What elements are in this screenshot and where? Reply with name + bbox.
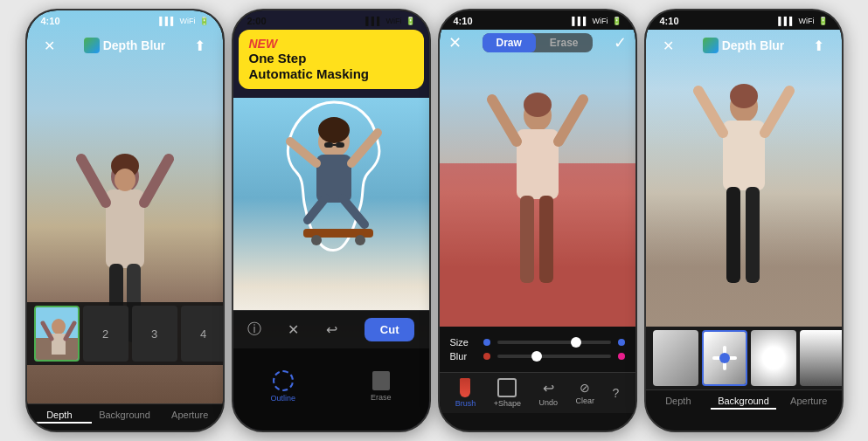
share-button-1[interactable]: ⬆: [188, 33, 212, 58]
gradient-thumb-4[interactable]: [800, 330, 842, 386]
status-bar-4: 4:10 ▌▌▌ WiFi 🔋: [646, 10, 842, 30]
brush-tool[interactable]: Brush: [455, 378, 476, 408]
svg-rect-32: [520, 196, 534, 283]
svg-rect-25: [336, 142, 344, 148]
main-image-3: ✕ ✓ Draw Erase: [440, 30, 635, 327]
status-icons-3: ▌▌▌ WiFi 🔋: [572, 17, 621, 25]
svg-rect-1: [106, 189, 144, 268]
phone-screen-3: 4:10 ▌▌▌ WiFi 🔋: [438, 9, 637, 432]
tab-bar-1: Depth Background Aperture: [27, 403, 223, 431]
tab-background-4[interactable]: Background: [711, 394, 776, 410]
bottom-toolbar-3: Brush +Shape ↩ Undo ⊘ Clear ?: [440, 372, 635, 413]
svg-line-38: [765, 91, 789, 133]
phone-screen-1: 4:10 ▌▌▌ WiFi 🔋 ✕ Depth Blur ⬆: [25, 9, 225, 432]
size-thumb: [571, 337, 581, 348]
svg-point-35: [730, 84, 758, 108]
skater-svg: [260, 93, 408, 277]
back-button-4[interactable]: ✕: [656, 33, 681, 58]
svg-rect-24: [324, 142, 333, 148]
svg-point-10: [52, 319, 66, 334]
svg-rect-15: [316, 155, 351, 203]
thumbnail-3[interactable]: 3: [132, 306, 177, 362]
svg-point-21: [311, 235, 322, 245]
top-toolbar-2: ⓘ ✕ ↩ Cut: [233, 310, 429, 348]
tab-aperture-4[interactable]: Aperture: [776, 394, 842, 410]
main-container: 4:10 ▌▌▌ WiFi 🔋 ✕ Depth Blur ⬆: [0, 0, 868, 441]
svg-rect-36: [723, 121, 765, 190]
svg-rect-40: [746, 187, 760, 283]
thumbnail-4[interactable]: 4: [181, 306, 223, 362]
close-button-3[interactable]: ✕: [448, 33, 462, 52]
new-badge: NEW: [249, 37, 413, 51]
svg-line-2: [81, 159, 106, 203]
status-icons-1: ▌▌▌ WiFi 🔋: [159, 17, 208, 25]
share-button-4[interactable]: ⬆: [807, 33, 831, 58]
close-button-2[interactable]: ✕: [288, 321, 299, 338]
svg-point-7: [115, 169, 135, 191]
outline-tool[interactable]: Outline: [270, 370, 295, 403]
time-2: 2:00: [247, 16, 267, 26]
blur-dot-right: [618, 353, 625, 360]
draw-erase-selector: Draw Erase: [482, 33, 592, 52]
phone-screen-2: 2:00 ▌▌▌ WiFi 🔋 NEW One StepAutomatic Ma…: [232, 9, 431, 432]
tab-depth-1[interactable]: Depth: [27, 408, 93, 424]
card-title: One StepAutomatic Masking: [249, 51, 413, 82]
blur-control: Blur: [450, 351, 625, 362]
erase-tool[interactable]: Erase: [371, 371, 392, 402]
cut-button[interactable]: Cut: [365, 318, 415, 341]
svg-line-3: [144, 159, 169, 203]
tab-depth-4[interactable]: Depth: [646, 394, 712, 410]
status-icons-2: ▌▌▌ WiFi 🔋: [365, 17, 414, 25]
time-1: 4:10: [41, 16, 60, 26]
svg-rect-11: [52, 334, 66, 355]
confirm-button[interactable]: ✓: [614, 33, 627, 52]
size-dot: [483, 339, 490, 346]
help-button[interactable]: ?: [612, 386, 619, 400]
controls-area: Size Blur: [440, 327, 635, 372]
svg-line-37: [698, 91, 723, 133]
app-title-4: Depth Blur: [703, 38, 785, 53]
svg-line-30: [492, 100, 517, 141]
size-slider[interactable]: [497, 341, 611, 344]
status-bar-3: 4:10 ▌▌▌ WiFi 🔋: [440, 10, 635, 30]
gradient-strip: [646, 327, 842, 389]
svg-line-18: [308, 198, 325, 220]
app-icon-1: [84, 38, 100, 53]
top-bar-1: ✕ Depth Blur ⬆: [27, 30, 223, 61]
status-icons-4: ▌▌▌ WiFi 🔋: [778, 17, 827, 25]
back-button-1[interactable]: ✕: [38, 33, 62, 58]
draw-button[interactable]: Draw: [482, 33, 535, 52]
tab-background-1[interactable]: Background: [92, 408, 157, 424]
tab-aperture-1[interactable]: Aperture: [157, 408, 223, 424]
gradient-thumb-2-active[interactable]: [702, 330, 747, 386]
svg-line-31: [559, 100, 583, 141]
thumbnail-2[interactable]: 2: [83, 306, 128, 362]
clear-tool[interactable]: ⊘ Clear: [575, 381, 594, 405]
svg-line-16: [290, 141, 316, 163]
undo-button[interactable]: ↩: [326, 321, 337, 338]
info-button[interactable]: ⓘ: [247, 320, 261, 339]
status-bar-1: 4:10 ▌▌▌ WiFi 🔋: [27, 10, 223, 30]
erase-button[interactable]: Erase: [536, 33, 593, 52]
svg-rect-29: [517, 129, 559, 199]
blur-thumb: [531, 351, 542, 362]
blur-slider[interactable]: [497, 355, 611, 358]
top-bar-4: ✕ Depth Blur ⬆: [646, 30, 842, 61]
svg-rect-39: [726, 187, 740, 283]
app-title-1: Depth Blur: [84, 38, 166, 53]
status-bar-2: 2:00 ▌▌▌ WiFi 🔋: [233, 10, 429, 30]
bottom-toolbar-2: Outline Erase: [233, 348, 429, 431]
gradient-thumb-3[interactable]: [751, 330, 796, 386]
shape-tool[interactable]: +Shape: [494, 378, 521, 408]
svg-point-28: [524, 93, 552, 117]
svg-rect-33: [539, 196, 553, 283]
gradient-thumb-1[interactable]: [653, 330, 698, 386]
time-3: 4:10: [454, 16, 473, 26]
undo-tool[interactable]: ↩ Undo: [538, 380, 558, 407]
svg-point-23: [318, 117, 350, 143]
size-control: Size: [450, 337, 625, 348]
thumbnail-1[interactable]: [34, 306, 80, 362]
size-dot-right: [618, 339, 625, 346]
tab-bar-4: Depth Background Aperture: [646, 389, 842, 417]
svg-line-17: [351, 133, 378, 163]
